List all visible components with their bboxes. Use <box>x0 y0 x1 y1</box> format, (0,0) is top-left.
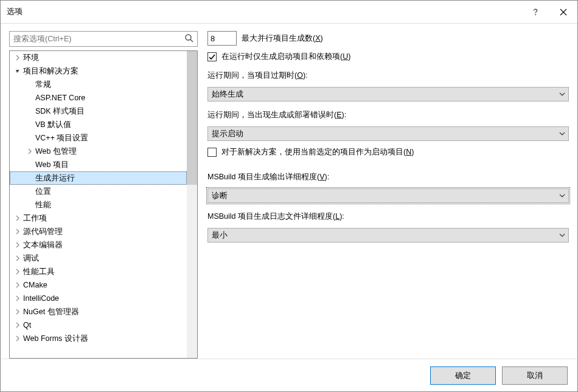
chevron-right-icon[interactable] <box>26 148 34 154</box>
tree-item[interactable]: CMake <box>10 278 187 292</box>
tree-item[interactable]: VB 默认值 <box>10 118 187 131</box>
tree-item-label: 文本编辑器 <box>22 240 63 250</box>
new-solution-startup-checkbox[interactable] <box>207 148 217 157</box>
tree-scrollbar[interactable] <box>187 51 197 358</box>
chevron-right-icon[interactable] <box>13 322 22 328</box>
tree-item-label: CMake <box>22 281 47 289</box>
msbuild-log-verbosity-select[interactable]: 最小 <box>207 228 569 242</box>
parallel-build-input[interactable] <box>207 31 237 46</box>
only-build-startup-checkbox[interactable] <box>207 52 217 61</box>
tree-item[interactable]: 调试 <box>10 252 187 265</box>
help-button[interactable] <box>521 1 549 24</box>
tree-item-label: 项目和解决方案 <box>22 66 78 77</box>
tree-item[interactable]: 位置 <box>10 185 187 198</box>
tree-item[interactable]: 源代码管理 <box>10 225 187 238</box>
search-box[interactable] <box>9 31 198 47</box>
tree-item-label: ASP.NET Core <box>34 94 85 102</box>
chevron-down-icon <box>559 192 566 201</box>
options-tree-container: 环境项目和解决方案常规ASP.NET CoreSDK 样式项目VB 默认值VC+… <box>9 50 198 359</box>
tree-item-label: VC++ 项目设置 <box>34 133 88 143</box>
chevron-down-icon <box>559 91 566 100</box>
chevron-right-icon[interactable] <box>13 255 22 261</box>
left-pane: 环境项目和解决方案常规ASP.NET CoreSDK 样式项目VB 默认值VC+… <box>9 31 198 359</box>
svg-point-1 <box>186 35 191 40</box>
tree-item-label: 源代码管理 <box>22 227 63 237</box>
chevron-down-icon <box>559 232 566 241</box>
chevron-right-icon[interactable] <box>13 229 22 235</box>
tree-item-label: 环境 <box>22 53 39 63</box>
settings-panel: 最大并行项目生成数(X) 在运行时仅生成启动项目和依赖项(U) 运行期间，当项目… <box>207 31 569 359</box>
chevron-down-icon <box>559 130 566 139</box>
tree-item-label: 常规 <box>34 80 51 90</box>
on-run-outofdate-label: 运行期间，当项目过期时(O): <box>207 70 569 81</box>
svg-point-0 <box>535 14 536 15</box>
tree-item[interactable]: Qt <box>10 318 187 332</box>
select-value: 始终生成 <box>212 89 243 100</box>
tree-item-label: 位置 <box>34 187 51 197</box>
on-run-outofdate-select[interactable]: 始终生成 <box>207 87 569 101</box>
options-tree[interactable]: 环境项目和解决方案常规ASP.NET CoreSDK 样式项目VB 默认值VC+… <box>10 51 187 358</box>
tree-item-label: Web 项目 <box>34 160 69 170</box>
chevron-right-icon[interactable] <box>13 55 22 61</box>
tree-item[interactable]: NuGet 包管理器 <box>10 305 187 318</box>
tree-item[interactable]: 性能 <box>10 198 187 211</box>
select-value: 提示启动 <box>212 129 243 139</box>
chevron-right-icon[interactable] <box>13 309 22 315</box>
chevron-right-icon[interactable] <box>13 242 22 248</box>
msbuild-log-verbosity-label: MSBuild 项目生成日志文件详细程度(L): <box>207 211 569 222</box>
parallel-build-label: 最大并行项目生成数(X) <box>242 33 323 44</box>
close-icon <box>560 9 567 16</box>
tree-item-label: SDK 样式项目 <box>34 106 85 117</box>
tree-item-label: 工作项 <box>22 213 47 224</box>
chevron-right-icon[interactable] <box>13 335 22 342</box>
on-run-error-select[interactable]: 提示启动 <box>207 126 569 141</box>
tree-item[interactable]: 性能工具 <box>10 265 187 278</box>
chevron-right-icon[interactable] <box>13 215 22 221</box>
tree-item[interactable]: Web 项目 <box>10 158 187 171</box>
tree-item[interactable]: Web Forms 设计器 <box>10 332 187 345</box>
tree-item[interactable]: 文本编辑器 <box>10 238 187 252</box>
close-button[interactable] <box>549 1 577 24</box>
tree-item[interactable]: ASP.NET Core <box>10 91 187 105</box>
select-value: 诊断 <box>212 191 228 201</box>
ok-button[interactable]: 确定 <box>430 366 496 385</box>
tree-item-label: 性能 <box>34 200 51 210</box>
tree-item[interactable]: IntelliCode <box>10 292 187 305</box>
tree-item[interactable]: 常规 <box>10 78 187 91</box>
tree-item[interactable]: SDK 样式项目 <box>10 105 187 118</box>
cancel-button[interactable]: 取消 <box>502 366 568 385</box>
scrollbar-thumb[interactable] <box>187 51 197 185</box>
msbuild-output-verbosity-label: MSBuild 项目生成输出详细程度(V): <box>207 172 569 182</box>
tree-item[interactable]: VC++ 项目设置 <box>10 131 187 145</box>
tree-item-label: 调试 <box>22 253 39 264</box>
search-input[interactable] <box>10 32 197 46</box>
parallel-build-row: 最大并行项目生成数(X) <box>207 31 569 46</box>
on-run-error-label: 运行期间，当出现生成或部署错误时(E): <box>207 110 569 120</box>
tree-item[interactable]: 生成并运行 <box>10 171 187 185</box>
tree-item[interactable]: Web 包管理 <box>10 145 187 158</box>
tree-item-label: Qt <box>22 321 31 329</box>
new-solution-startup-row: 对于新解决方案，使用当前选定的项目作为启动项目(N) <box>207 147 569 157</box>
help-icon <box>531 8 540 16</box>
only-build-startup-row: 在运行时仅生成启动项目和依赖项(U) <box>207 52 569 62</box>
chevron-right-icon[interactable] <box>13 282 22 288</box>
msbuild-output-verbosity-select[interactable]: 诊断 <box>207 188 569 203</box>
dialog-title: 选项 <box>7 7 521 17</box>
tree-item[interactable]: 环境 <box>10 51 187 64</box>
check-icon <box>208 53 216 61</box>
tree-item-label: VB 默认值 <box>34 120 71 130</box>
dialog-footer: 确定 取消 <box>1 359 577 391</box>
chevron-down-icon[interactable] <box>13 68 22 74</box>
dialog-body: 环境项目和解决方案常规ASP.NET CoreSDK 样式项目VB 默认值VC+… <box>1 24 577 359</box>
tree-item-label: NuGet 包管理器 <box>22 307 79 317</box>
options-dialog: 选项 环境项目和解决方案常规ASP.NET CoreSDK 样式项目VB 默认值… <box>0 0 578 392</box>
search-icon[interactable] <box>184 33 194 45</box>
tree-item-label: Web Forms 设计器 <box>22 334 88 344</box>
titlebar: 选项 <box>1 1 577 24</box>
tree-item[interactable]: 项目和解决方案 <box>10 64 187 78</box>
select-value: 最小 <box>212 230 228 241</box>
only-build-startup-label: 在运行时仅生成启动项目和依赖项(U) <box>221 52 350 62</box>
chevron-right-icon[interactable] <box>13 269 22 275</box>
chevron-right-icon[interactable] <box>13 295 22 301</box>
tree-item[interactable]: 工作项 <box>10 211 187 225</box>
